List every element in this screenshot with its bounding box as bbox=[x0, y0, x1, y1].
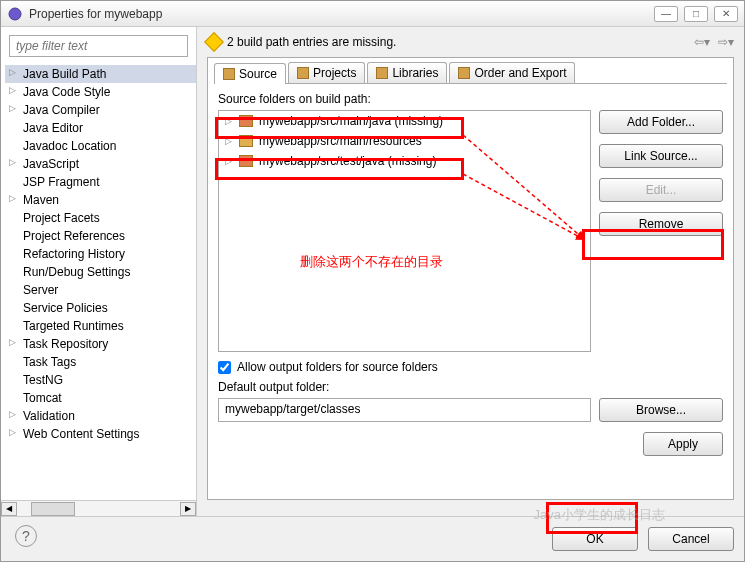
tab-projects[interactable]: Projects bbox=[288, 62, 365, 83]
nav-item[interactable]: Server bbox=[5, 281, 196, 299]
source-tab-icon bbox=[223, 68, 235, 80]
help-icon[interactable]: ? bbox=[15, 525, 37, 547]
close-button[interactable]: ✕ bbox=[714, 6, 738, 22]
nav-item[interactable]: Java Build Path bbox=[5, 65, 196, 83]
order-tab-icon bbox=[458, 67, 470, 79]
title-bar: Properties for mywebapp — □ ✕ bbox=[1, 1, 744, 27]
minimize-button[interactable]: — bbox=[654, 6, 678, 22]
nav-tree[interactable]: Java Build PathJava Code StyleJava Compi… bbox=[1, 65, 196, 443]
scroll-left-icon[interactable]: ◀ bbox=[1, 502, 17, 516]
source-folder-item[interactable]: mywebapp/src/test/java (missing) bbox=[219, 151, 590, 171]
source-folder-item[interactable]: mywebapp/src/main/java (missing) bbox=[219, 111, 590, 131]
warning-icon bbox=[204, 32, 224, 52]
tab-bar: Source Projects Libraries Order and Expo… bbox=[214, 62, 727, 84]
default-output-field[interactable]: mywebapp/target/classes bbox=[218, 398, 591, 422]
forward-icon[interactable]: ⇨▾ bbox=[718, 35, 734, 49]
default-output-label: Default output folder: bbox=[218, 380, 723, 394]
tab-order[interactable]: Order and Export bbox=[449, 62, 575, 83]
nav-item[interactable]: Service Policies bbox=[5, 299, 196, 317]
annotation-text: 删除这两个不存在的目录 bbox=[300, 253, 443, 271]
app-icon bbox=[7, 6, 23, 22]
nav-item[interactable]: Targeted Runtimes bbox=[5, 317, 196, 335]
maximize-button[interactable]: □ bbox=[684, 6, 708, 22]
nav-item[interactable]: Javadoc Location bbox=[5, 137, 196, 155]
back-icon[interactable]: ⇦▾ bbox=[694, 35, 710, 49]
nav-item[interactable]: TestNG bbox=[5, 371, 196, 389]
allow-output-checkbox[interactable]: Allow output folders for source folders bbox=[218, 360, 723, 374]
tab-source[interactable]: Source bbox=[214, 63, 286, 84]
remove-button[interactable]: Remove bbox=[599, 212, 723, 236]
source-folders-tree[interactable]: mywebapp/src/main/java (missing)mywebapp… bbox=[218, 110, 591, 352]
package-icon bbox=[239, 135, 253, 147]
nav-item[interactable]: Task Tags bbox=[5, 353, 196, 371]
watermark: Java小学生的成长日志 bbox=[534, 506, 665, 524]
nav-item[interactable]: Maven bbox=[5, 191, 196, 209]
scroll-right-icon[interactable]: ▶ bbox=[180, 502, 196, 516]
ok-button[interactable]: OK bbox=[552, 527, 638, 551]
nav-item[interactable]: Tomcat bbox=[5, 389, 196, 407]
scroll-thumb[interactable] bbox=[31, 502, 75, 516]
source-folder-item[interactable]: mywebapp/src/main/resources bbox=[219, 131, 590, 151]
filter-input[interactable] bbox=[9, 35, 188, 57]
nav-item[interactable]: Java Compiler bbox=[5, 101, 196, 119]
apply-button[interactable]: Apply bbox=[643, 432, 723, 456]
nav-item[interactable]: JSP Fragment bbox=[5, 173, 196, 191]
horizontal-scrollbar[interactable]: ◀ ▶ bbox=[1, 500, 196, 516]
nav-item[interactable]: Task Repository bbox=[5, 335, 196, 353]
edit-button[interactable]: Edit... bbox=[599, 178, 723, 202]
nav-item[interactable]: JavaScript bbox=[5, 155, 196, 173]
browse-button[interactable]: Browse... bbox=[599, 398, 723, 422]
nav-item[interactable]: Project Facets bbox=[5, 209, 196, 227]
link-source-button[interactable]: Link Source... bbox=[599, 144, 723, 168]
projects-tab-icon bbox=[297, 67, 309, 79]
package-icon bbox=[239, 115, 253, 127]
main-panel: 2 build path entries are missing. ⇦▾ ⇨▾ … bbox=[197, 27, 744, 516]
nav-item[interactable]: Run/Debug Settings bbox=[5, 263, 196, 281]
nav-item[interactable]: Refactoring History bbox=[5, 245, 196, 263]
libraries-tab-icon bbox=[376, 67, 388, 79]
warning-text: 2 build path entries are missing. bbox=[227, 35, 396, 49]
svg-point-0 bbox=[9, 8, 21, 20]
nav-item[interactable]: Java Editor bbox=[5, 119, 196, 137]
nav-panel: Java Build PathJava Code StyleJava Compi… bbox=[1, 27, 197, 516]
source-folders-label: Source folders on build path: bbox=[218, 92, 723, 106]
nav-item[interactable]: Project References bbox=[5, 227, 196, 245]
window-title: Properties for mywebapp bbox=[29, 7, 648, 21]
nav-item[interactable]: Java Code Style bbox=[5, 83, 196, 101]
cancel-button[interactable]: Cancel bbox=[648, 527, 734, 551]
add-folder-button[interactable]: Add Folder... bbox=[599, 110, 723, 134]
package-icon bbox=[239, 155, 253, 167]
nav-item[interactable]: Web Content Settings bbox=[5, 425, 196, 443]
nav-item[interactable]: Validation bbox=[5, 407, 196, 425]
tab-libraries[interactable]: Libraries bbox=[367, 62, 447, 83]
